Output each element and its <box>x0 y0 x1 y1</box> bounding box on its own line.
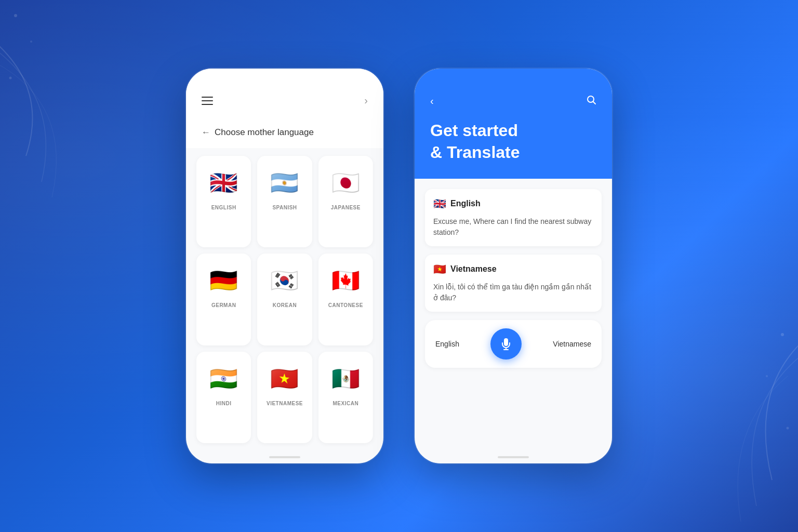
language-card-hindi[interactable]: 🇮🇳 HINDI <box>196 352 251 443</box>
japanese-flag: 🇯🇵 <box>329 166 362 200</box>
japanese-label: JAPANESE <box>331 205 361 210</box>
translator-title: Get started& Translate <box>430 120 596 163</box>
phone2-nav: ‹ <box>430 95 596 108</box>
cantonese-flag: 🇨🇦 <box>329 264 362 297</box>
korean-label: KOREAN <box>273 302 297 308</box>
menu-icon[interactable] <box>202 97 213 105</box>
svg-point-1 <box>30 41 32 43</box>
language-selector-phone: › Choose mother language 🇬🇧 ENGLISH 🇦🇷 S… <box>186 69 383 463</box>
language-card-english[interactable]: 🇬🇧 ENGLISH <box>196 156 251 247</box>
language-card-cantonese[interactable]: 🇨🇦 CANTONESE <box>318 254 373 345</box>
german-label: GERMAN <box>211 302 236 308</box>
source-flag: 🇬🇧 <box>433 197 446 210</box>
spanish-flag: 🇦🇷 <box>268 166 301 200</box>
svg-point-2 <box>9 77 12 79</box>
target-translation-card: 🇻🇳 Vietnamese Xin lỗi, tôi có thể tìm ga… <box>425 255 602 312</box>
language-card-japanese[interactable]: 🇯🇵 JAPANESE <box>318 156 373 247</box>
search-icon <box>586 95 596 105</box>
vietnamese-label: VIETNAMESE <box>267 401 303 406</box>
cantonese-label: CANTONESE <box>328 302 363 308</box>
mexican-label: MEXICAN <box>333 401 359 406</box>
mic-button[interactable] <box>490 328 522 360</box>
spanish-label: SPANISH <box>272 205 297 210</box>
target-lang-button[interactable]: Vietnamese <box>553 340 591 348</box>
phones-container: › Choose mother language 🇬🇧 ENGLISH 🇦🇷 S… <box>186 69 612 463</box>
language-card-german[interactable]: 🇩🇪 GERMAN <box>196 254 251 345</box>
microphone-icon <box>500 338 512 350</box>
target-text: Xin lỗi, tôi có thể tìm ga tàu điện ngầm… <box>433 282 593 303</box>
language-grid: 🇬🇧 ENGLISH 🇦🇷 SPANISH 🇯🇵 JAPANESE 🇩🇪 GER… <box>186 148 383 451</box>
source-text: Excuse me, Where can I find the nearest … <box>433 216 593 238</box>
german-flag: 🇩🇪 <box>207 264 241 297</box>
source-translation-card: 🇬🇧 English Excuse me, Where can I find t… <box>425 189 602 246</box>
phone2-body: 🇬🇧 English Excuse me, Where can I find t… <box>415 179 612 451</box>
translation-controls: English Vietnamese <box>425 320 602 368</box>
svg-point-5 <box>787 427 789 430</box>
korean-flag: 🇰🇷 <box>268 264 301 297</box>
english-label: ENGLISH <box>211 205 236 210</box>
source-lang-header: 🇬🇧 English <box>433 197 593 210</box>
phone2-header: ‹ Get started& Translate <box>415 69 612 179</box>
language-card-mexican[interactable]: 🇲🇽 MEXICAN <box>318 352 373 443</box>
choose-language-heading: Choose mother language <box>202 127 368 138</box>
mexican-flag: 🇲🇽 <box>329 362 362 395</box>
english-flag: 🇬🇧 <box>207 166 241 200</box>
back-button[interactable]: ‹ <box>430 95 434 107</box>
target-flag: 🇻🇳 <box>433 263 446 275</box>
hindi-flag: 🇮🇳 <box>207 362 241 395</box>
search-button[interactable] <box>586 95 596 108</box>
language-card-spanish[interactable]: 🇦🇷 SPANISH <box>257 156 312 247</box>
target-lang-name: Vietnamese <box>450 264 497 274</box>
phone1-header: › <box>186 69 383 117</box>
svg-line-7 <box>593 102 596 104</box>
language-selector-title: Choose mother language <box>186 117 383 148</box>
home-indicator <box>269 456 300 458</box>
source-lang-name: English <box>450 199 481 208</box>
language-card-korean[interactable]: 🇰🇷 KOREAN <box>257 254 312 345</box>
target-lang-header: 🇻🇳 Vietnamese <box>433 263 593 275</box>
svg-point-4 <box>766 375 768 377</box>
bottom-indicator <box>186 451 383 463</box>
chevron-right-icon[interactable]: › <box>364 95 368 107</box>
language-card-vietnamese[interactable]: 🇻🇳 VIETNAMESE <box>257 352 312 443</box>
vietnamese-flag: 🇻🇳 <box>268 362 301 395</box>
bottom-indicator-2 <box>415 451 612 463</box>
source-lang-button[interactable]: English <box>435 340 459 348</box>
svg-point-3 <box>781 333 784 336</box>
hindi-label: HINDI <box>216 401 232 406</box>
svg-point-0 <box>14 14 17 17</box>
translator-phone: ‹ Get started& Translate 🇬🇧 English Excu… <box>415 69 612 463</box>
home-indicator-2 <box>498 456 529 458</box>
